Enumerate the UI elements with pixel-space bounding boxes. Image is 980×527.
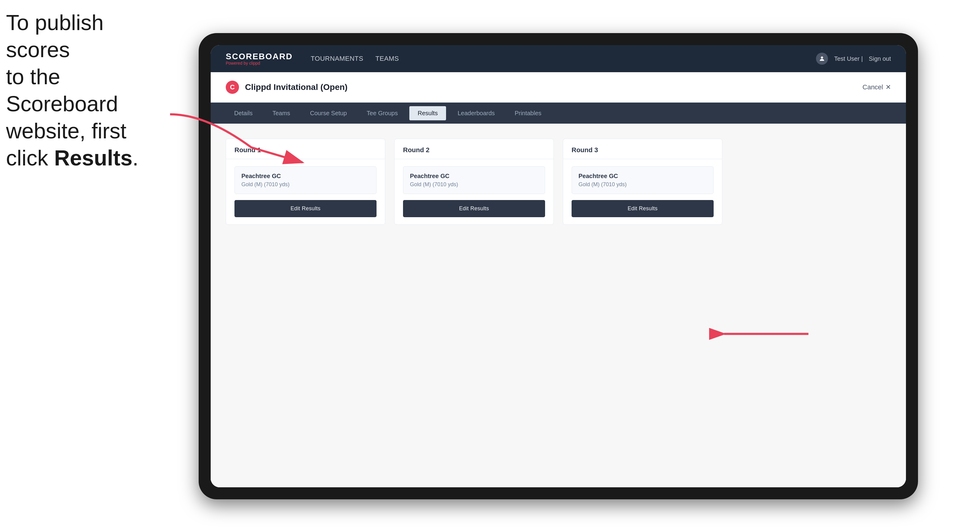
user-icon: [816, 52, 828, 65]
tab-teams[interactable]: Teams: [264, 106, 299, 120]
logo-powered: Powered by clippd: [226, 61, 293, 65]
main-content: Round 1 Peachtree GC Gold (M) (7010 yds)…: [211, 124, 906, 487]
annotation-prefix: click: [6, 146, 54, 170]
tournament-title: Clippd Invitational (Open): [245, 83, 862, 92]
cancel-label: Cancel: [862, 83, 883, 91]
annotation-left: To publish scores to the Scoreboard webs…: [6, 9, 172, 171]
annotation-line1: To publish scores: [6, 11, 103, 62]
nav-tournaments[interactable]: TOURNAMENTS: [310, 52, 363, 65]
annotation-suffix: .: [132, 146, 138, 170]
round-1-content: Peachtree GC Gold (M) (7010 yds) Edit Re…: [226, 159, 385, 224]
tournament-page: C Clippd Invitational (Open) Cancel ✕ De…: [211, 72, 906, 487]
cancel-button[interactable]: Cancel ✕: [862, 83, 891, 91]
round-2-course-name: Peachtree GC: [410, 173, 538, 179]
nav-teams[interactable]: TEAMS: [375, 52, 399, 65]
tab-printables[interactable]: Printables: [506, 106, 550, 120]
edit-results-button-2[interactable]: Edit Results: [403, 200, 545, 217]
device-frame: SCOREBOARD Powered by clippd TOURNAMENTS…: [199, 33, 918, 499]
round-1-course-info: Peachtree GC Gold (M) (7010 yds): [234, 166, 377, 194]
logo-text: SCOREBOARD: [226, 52, 293, 61]
nav-user-text: Test User |: [834, 56, 862, 62]
annotation-results-bold: Results: [54, 146, 132, 170]
tournament-icon: C: [226, 81, 239, 94]
round-card-1: Round 1 Peachtree GC Gold (M) (7010 yds)…: [226, 139, 385, 225]
nav-links: TOURNAMENTS TEAMS: [310, 52, 816, 65]
round-1-course-name: Peachtree GC: [242, 173, 370, 179]
round-3-course-name: Peachtree GC: [579, 173, 707, 179]
device-screen: SCOREBOARD Powered by clippd TOURNAMENTS…: [211, 45, 906, 487]
tournament-header: C Clippd Invitational (Open) Cancel ✕: [211, 72, 906, 103]
close-icon: ✕: [886, 83, 891, 91]
tab-leaderboards[interactable]: Leaderboards: [449, 106, 503, 120]
tab-navigation: Details Teams Course Setup Tee Groups Re…: [211, 103, 906, 124]
tab-details[interactable]: Details: [226, 106, 261, 120]
round-3-content: Peachtree GC Gold (M) (7010 yds) Edit Re…: [563, 159, 722, 224]
round-3-header: Round 3: [563, 139, 722, 159]
tab-results[interactable]: Results: [409, 106, 446, 120]
app-navbar: SCOREBOARD Powered by clippd TOURNAMENTS…: [211, 45, 906, 72]
svg-point-2: [821, 57, 823, 59]
annotation-line3: website, first: [6, 119, 126, 143]
round-2-header: Round 2: [395, 139, 554, 159]
sign-out-link[interactable]: Sign out: [869, 56, 891, 62]
logo-container: SCOREBOARD Powered by clippd: [226, 52, 293, 65]
round-card-3: Round 3 Peachtree GC Gold (M) (7010 yds)…: [563, 139, 722, 225]
round-1-header: Round 1: [226, 139, 385, 159]
round-3-course-details: Gold (M) (7010 yds): [579, 181, 707, 188]
rounds-grid: Round 1 Peachtree GC Gold (M) (7010 yds)…: [226, 139, 891, 225]
annotation-line2: to the Scoreboard: [6, 65, 118, 116]
tab-tee-groups[interactable]: Tee Groups: [358, 106, 406, 120]
round-3-course-info: Peachtree GC Gold (M) (7010 yds): [571, 166, 714, 194]
round-2-content: Peachtree GC Gold (M) (7010 yds) Edit Re…: [395, 159, 554, 224]
tab-course-setup[interactable]: Course Setup: [302, 106, 355, 120]
empty-slot: [732, 139, 891, 225]
edit-results-button-1[interactable]: Edit Results: [234, 200, 377, 217]
round-card-2: Round 2 Peachtree GC Gold (M) (7010 yds)…: [394, 139, 554, 225]
nav-right: Test User | Sign out: [816, 52, 891, 65]
round-2-course-details: Gold (M) (7010 yds): [410, 181, 538, 188]
edit-results-button-3[interactable]: Edit Results: [571, 200, 714, 217]
round-1-course-details: Gold (M) (7010 yds): [242, 181, 370, 188]
round-2-course-info: Peachtree GC Gold (M) (7010 yds): [403, 166, 545, 194]
